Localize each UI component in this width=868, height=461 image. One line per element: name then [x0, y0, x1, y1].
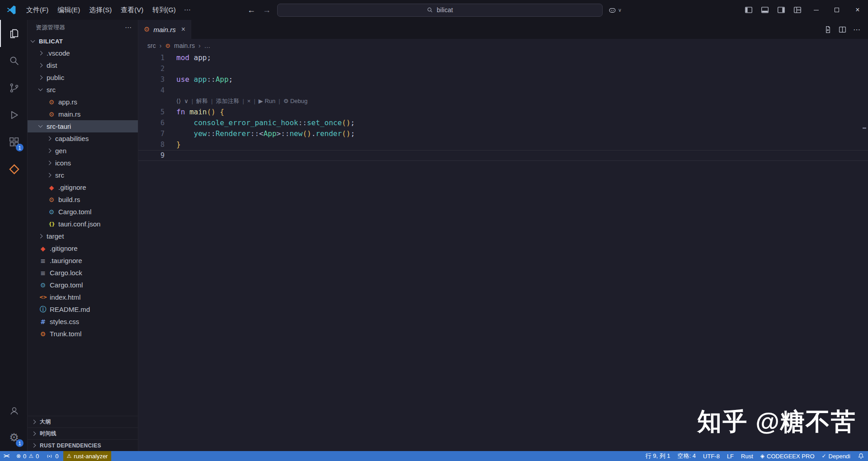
toggle-panel-icon[interactable] [757, 0, 773, 20]
open-changes-icon[interactable] [821, 23, 835, 36]
ports-indicator[interactable]: 0 [42, 451, 62, 461]
codegeex-label: CODEGEEX PRO [767, 453, 814, 460]
tree-file-.taurignore[interactable]: ≡.taurignore [28, 254, 138, 267]
forward-button[interactable]: → [262, 5, 272, 15]
activity-search[interactable] [0, 47, 27, 74]
menu-转到(G)[interactable]: 转到(G) [148, 4, 180, 17]
code-line-5[interactable]: 5fn main() { [138, 107, 868, 118]
tree-file-build.rs[interactable]: ⚙build.rs [28, 193, 138, 206]
tree-file-index.html[interactable]: <>index.html [28, 291, 138, 303]
close-button[interactable]: × [847, 0, 868, 20]
file-icon-json: {} [47, 221, 56, 227]
menu-文件(F)[interactable]: 文件(F) [22, 4, 53, 17]
rust-analyzer-status[interactable]: ⚠ rust-analyzer [63, 451, 112, 461]
codegeex-status[interactable]: ◈ CODEGEEX PRO [757, 451, 818, 461]
debug-button[interactable]: ⚙ Debug [283, 96, 308, 107]
code-editor[interactable]: 1mod app;23use app::App;4⟨⟩∨|解释|添加注释|×|▶… [138, 52, 868, 451]
code-line-8[interactable]: 8} [138, 139, 868, 150]
code-line-9[interactable]: 9 [138, 150, 868, 161]
breadcrumb-folder[interactable]: src [147, 42, 156, 49]
run-button[interactable]: ▶ Run [259, 96, 275, 107]
activity-source-control[interactable] [0, 74, 27, 101]
file-icon-rust: ⚙ [47, 99, 56, 106]
tab-main-rs[interactable]: ⚙ main.rs × [138, 20, 191, 39]
activity-run-debug[interactable] [0, 101, 27, 128]
sidebar-section-outline[interactable]: 大纲 [28, 416, 138, 428]
file-icon-rust: ⚙ [47, 196, 56, 203]
dependi-status[interactable]: ✓ Dependi [818, 451, 854, 461]
tree-file-main.rs[interactable]: ⚙main.rs [28, 108, 138, 120]
maximize-button[interactable] [826, 0, 847, 20]
tree-file-tauri.conf.json[interactable]: {}tauri.conf.json [28, 218, 138, 230]
tree-folder-icons[interactable]: icons [28, 157, 138, 169]
menu-查看(V)[interactable]: 查看(V) [116, 4, 148, 17]
code-line-7[interactable]: 7 yew::Renderer::<App>::new().render(); [138, 128, 868, 139]
tree-label: .taurignore [50, 257, 82, 264]
more-actions-icon[interactable]: ⋯ [850, 23, 863, 36]
code-line-4[interactable]: 4 [138, 85, 868, 96]
activity-explorer[interactable] [0, 20, 27, 47]
tree-file-styles.css[interactable]: #styles.css [28, 315, 138, 328]
split-editor-icon[interactable] [835, 23, 849, 36]
tree-folder-src[interactable]: src [28, 84, 138, 96]
tree-file-Cargo.toml[interactable]: ⚙Cargo.toml [28, 279, 138, 291]
codegeex-logo-icon[interactable]: ⟨⟩ [176, 96, 181, 107]
activity-settings[interactable]: ⚙ 1 [0, 424, 27, 451]
sidebar-sections: 大纲时间线RUST DEPENDENCIES [28, 416, 138, 451]
back-button[interactable]: ← [246, 5, 256, 15]
code-line-6[interactable]: 6 console_error_panic_hook::set_once(); [138, 118, 868, 128]
close-icon[interactable]: × [247, 96, 251, 107]
breadcrumb-symbol[interactable]: … [204, 42, 211, 49]
breadcrumb-file[interactable]: main.rs [174, 42, 195, 49]
tree-folder-target[interactable]: target [28, 230, 138, 242]
customize-layout-icon[interactable] [789, 0, 806, 20]
tree-folder-capabilities[interactable]: capabilities [28, 132, 138, 145]
explorer-actions-button[interactable]: ⋯ [125, 24, 132, 32]
tree-folder-src[interactable]: src [28, 169, 138, 181]
tree-root-bilicat[interactable]: BILICAT [28, 35, 138, 47]
cursor-position[interactable]: 行 9, 列 1 [642, 451, 674, 461]
chevron-down-icon[interactable]: ∨ [184, 96, 189, 107]
minimize-button[interactable] [806, 0, 826, 20]
notifications-bell[interactable] [854, 451, 868, 461]
activity-codegeex[interactable] [0, 155, 27, 183]
codegeex-inline-widget[interactable]: ⟨⟩∨|解释|添加注释|×|▶ Run|⚙ Debug [176, 96, 307, 107]
activity-extensions[interactable]: 1 [0, 128, 27, 155]
toggle-sidebar-icon[interactable] [741, 0, 757, 20]
tree-file-.gitignore[interactable]: ◆.gitignore [28, 242, 138, 254]
tree-file-app.rs[interactable]: ⚙app.rs [28, 96, 138, 108]
eol-selector[interactable]: LF [723, 451, 737, 461]
command-center-search[interactable]: bilicat [277, 4, 603, 17]
tree-file-README.md[interactable]: ⓘREADME.md [28, 303, 138, 315]
code-line-2[interactable]: 2 [138, 63, 868, 74]
tree-folder-gen[interactable]: gen [28, 145, 138, 157]
code-line-1[interactable]: 1mod app; [138, 52, 868, 63]
copilot-button[interactable]: ∨ [608, 6, 622, 14]
line-number: 2 [138, 63, 165, 74]
inline-widget-line[interactable]: ⟨⟩∨|解释|添加注释|×|▶ Run|⚙ Debug [138, 96, 868, 107]
remote-indicator[interactable]: >< [0, 451, 13, 461]
add-comment-button[interactable]: 添加注释 [216, 96, 239, 107]
indentation-selector[interactable]: 空格: 4 [674, 451, 699, 461]
sidebar-section-timeline[interactable]: 时间线 [28, 428, 138, 439]
tree-file-Trunk.toml[interactable]: ⚙Trunk.toml [28, 328, 138, 340]
toggle-secondary-sidebar-icon[interactable] [773, 0, 789, 20]
sidebar-section-rust-dependencies[interactable]: RUST DEPENDENCIES [28, 439, 138, 451]
tree-folder-src-tauri[interactable]: src-tauri [28, 120, 138, 132]
menu-more-button[interactable]: ⋯ [180, 4, 194, 16]
code-line-3[interactable]: 3use app::App; [138, 74, 868, 85]
tree-file-Cargo.toml[interactable]: ⚙Cargo.toml [28, 206, 138, 218]
activity-account[interactable] [0, 397, 27, 424]
tree-file-.gitignore[interactable]: ◆.gitignore [28, 181, 138, 193]
tree-folder-dist[interactable]: dist [28, 59, 138, 71]
tree-folder-public[interactable]: public [28, 71, 138, 84]
tree-folder-.vscode[interactable]: .vscode [28, 47, 138, 59]
language-selector[interactable]: Rust [737, 451, 757, 461]
encoding-selector[interactable]: UTF-8 [699, 451, 723, 461]
tab-close-icon[interactable]: × [181, 25, 185, 33]
explain-button[interactable]: 解释 [196, 96, 208, 107]
menu-编辑(E)[interactable]: 编辑(E) [53, 4, 85, 17]
tree-file-Cargo.lock[interactable]: ≡Cargo.lock [28, 267, 138, 279]
menu-选择(S)[interactable]: 选择(S) [85, 4, 116, 17]
problems-indicator[interactable]: ⊗ 0 ⚠ 0 [13, 451, 42, 461]
